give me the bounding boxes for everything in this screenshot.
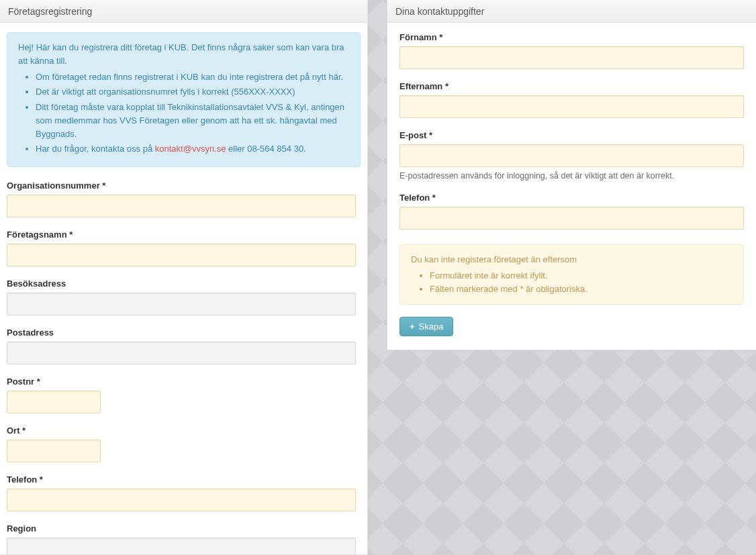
lastname-input[interactable]: [399, 95, 744, 118]
orgnr-input[interactable]: [7, 195, 356, 217]
contact-phone-input[interactable]: [399, 207, 744, 230]
company-panel-header: Företagsregistrering: [0, 0, 367, 23]
company-phone-label: Telefon *: [7, 474, 361, 485]
create-button-label: Skapa: [419, 321, 444, 332]
info-bullet-4-post: eller 08-564 854 30.: [226, 144, 305, 154]
zip-input[interactable]: [7, 391, 101, 413]
zip-label: Postnr *: [7, 376, 361, 387]
info-bullet-3: Ditt företag måste vara kopplat till Tek…: [36, 101, 349, 141]
create-button[interactable]: + Skapa: [399, 317, 453, 336]
info-contact-link[interactable]: kontakt@vvsyn.se: [155, 144, 226, 154]
post-address-label: Postadress: [7, 327, 361, 338]
company-panel-title: Företagsregistrering: [8, 6, 92, 17]
info-bullet-1: Om företaget redan finns registrerat i K…: [36, 70, 349, 84]
company-registration-panel: Företagsregistrering Hej! Här kan du reg…: [0, 0, 368, 555]
email-label: E-post *: [399, 130, 744, 140]
info-box: Hej! Här kan du registrera ditt företag …: [7, 32, 361, 167]
warning-intro: Du kan inte registera företaget än efter…: [411, 253, 733, 266]
info-bullet-2: Det är viktigt att organisationsnumret f…: [36, 85, 349, 99]
region-input[interactable]: [7, 538, 356, 555]
plus-icon: +: [410, 322, 415, 331]
contact-panel-title: Dina kontaktuppgifter: [395, 6, 484, 17]
post-address-input[interactable]: [7, 342, 356, 364]
contact-phone-label: Telefon *: [399, 193, 744, 203]
visit-address-input[interactable]: [7, 293, 356, 315]
email-input[interactable]: [399, 144, 744, 167]
companyname-input[interactable]: [7, 244, 356, 266]
company-phone-input[interactable]: [7, 489, 356, 511]
email-helper-text: E-postadressen används för inloggning, s…: [399, 171, 744, 181]
city-label: Ort *: [7, 425, 361, 436]
firstname-input[interactable]: [399, 46, 744, 69]
city-input[interactable]: [7, 440, 101, 462]
visit-address-label: Besöksadress: [7, 279, 361, 289]
warning-bullet-1: Formuläret inte är korrekt ifyllt.: [430, 269, 733, 283]
info-bullet-4-pre: Har du frågor, kontakta oss på: [36, 144, 155, 154]
orgnr-label: Organisationsnummer *: [7, 181, 361, 191]
validation-warning-box: Du kan inte registera företaget än efter…: [399, 244, 744, 305]
info-intro: Hej! Här kan du registrera ditt företag …: [18, 41, 349, 68]
info-bullet-4: Har du frågor, kontakta oss på kontakt@v…: [36, 142, 349, 156]
region-label: Region: [7, 523, 361, 534]
contact-panel-header: Dina kontaktuppgifter: [387, 0, 756, 23]
warning-bullet-2: Fälten markerade med * är obligatoriska.: [430, 283, 733, 296]
contact-details-panel: Dina kontaktuppgifter Förnamn * Efternam…: [387, 0, 756, 350]
firstname-label: Förnamn *: [399, 32, 744, 42]
lastname-label: Efternamn *: [399, 81, 744, 91]
companyname-label: Företagsnamn *: [7, 230, 361, 240]
